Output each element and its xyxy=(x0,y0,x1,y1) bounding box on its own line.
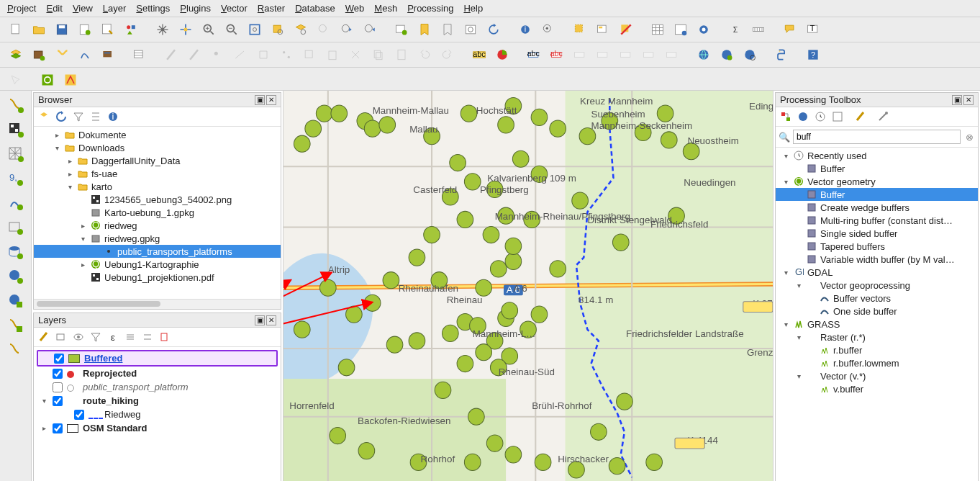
search-clear-icon[interactable]: ⊗ xyxy=(963,132,975,143)
layer-visibility-checkbox[interactable] xyxy=(54,354,64,364)
new-project-icon[interactable] xyxy=(6,19,26,40)
browser-item[interactable]: ▸DaggerfallUnity_Data xyxy=(34,154,281,167)
toolbox-item[interactable]: r.buffer.lowmem xyxy=(776,356,978,369)
browser-props-icon[interactable]: i xyxy=(106,109,120,124)
menu-processing[interactable]: Processing xyxy=(407,3,453,14)
menu-vector[interactable]: Vector xyxy=(221,3,248,14)
menu-layer[interactable]: Layer xyxy=(103,3,127,14)
add-wms-icon[interactable] xyxy=(6,266,26,287)
menu-settings[interactable]: Settings xyxy=(136,3,170,14)
layer-row[interactable]: ▾route_hiking xyxy=(37,394,278,408)
layer-visibility-checkbox[interactable] xyxy=(53,369,63,379)
browser-item[interactable]: public_transports_platforms xyxy=(34,245,281,258)
edits-icon[interactable] xyxy=(6,45,26,65)
bookmarks-icon[interactable] xyxy=(437,19,458,40)
measure-icon[interactable] xyxy=(748,19,768,40)
open-project-icon[interactable] xyxy=(29,19,49,40)
web-icon-3[interactable] xyxy=(740,45,760,65)
toolbox-item[interactable]: r.buffer xyxy=(776,343,978,356)
add-wcs-icon[interactable] xyxy=(6,315,26,336)
help-icon[interactable]: ? xyxy=(803,45,823,65)
menu-raster[interactable]: Raster xyxy=(258,3,285,14)
add-spatialite-icon[interactable] xyxy=(6,193,26,213)
add-mesh-icon[interactable] xyxy=(6,144,26,164)
save-icon[interactable] xyxy=(52,19,72,40)
menu-project[interactable]: Project xyxy=(7,3,36,14)
toolbox-undock-icon[interactable]: ▣ xyxy=(952,95,962,105)
browser-item[interactable]: ▾riedweg.gpkg xyxy=(34,232,281,245)
toolbox-item[interactable]: ▾GRASS xyxy=(776,318,978,331)
identify-icon[interactable]: i xyxy=(515,19,535,40)
menu-web[interactable]: Web xyxy=(345,3,365,14)
toolbox-item[interactable]: ▾QVector geometry xyxy=(776,175,978,188)
add-vector-icon[interactable] xyxy=(6,95,26,115)
new-virtual-icon[interactable] xyxy=(98,45,118,65)
menu-view[interactable]: View xyxy=(73,3,93,14)
toolbox-item[interactable]: Variable width buffer (by M val… xyxy=(776,253,978,266)
map-canvas[interactable]: A 6HochstättMannheim-MallauKreuz Mannhei… xyxy=(283,91,773,481)
browser-add-icon[interactable] xyxy=(37,109,51,124)
toolbox-item[interactable]: ▾Raster (r.*) xyxy=(776,331,978,343)
toolbox-item[interactable]: ▾Vector geoprocessing xyxy=(776,279,978,292)
toolbox-results-icon[interactable] xyxy=(830,109,845,124)
browser-item[interactable]: ▸QUebung1-Kartographie xyxy=(34,258,281,271)
quickosm-icon[interactable] xyxy=(37,70,58,90)
new-print-layout-icon[interactable] xyxy=(75,19,95,40)
toolbox-item[interactable]: Buffer xyxy=(776,188,978,201)
browser-item[interactable]: Karto-uebung_1.gpkg xyxy=(34,206,281,219)
toolbox-options-icon[interactable] xyxy=(876,109,891,124)
layers-expand-icon[interactable] xyxy=(123,330,137,344)
browser-refresh-icon[interactable] xyxy=(54,109,68,124)
new-gpkg-icon[interactable] xyxy=(29,45,49,65)
browser-item[interactable]: 1234565_uebung3_54002.png xyxy=(34,193,281,206)
action-icon[interactable] xyxy=(538,19,558,40)
browser-item[interactable]: ▸Qriedweg xyxy=(34,219,281,232)
browser-tree[interactable]: ▸Dokumente▾Downloads▸DaggerfallUnity_Dat… xyxy=(34,127,281,299)
menu-help[interactable]: Help xyxy=(463,3,483,14)
text-annotation-icon[interactable]: T xyxy=(803,19,823,40)
layers-remove-icon[interactable] xyxy=(158,330,172,344)
toolbox-tree[interactable]: ▾Recently usedBuffer▾QVector geometryBuf… xyxy=(776,148,978,481)
browser-item[interactable]: ▸fs-uae xyxy=(34,167,281,180)
new-bookmark-icon[interactable] xyxy=(414,19,435,40)
browser-item[interactable]: ▸Dokumente xyxy=(34,128,281,141)
layers-undock-icon[interactable]: ▣ xyxy=(255,315,265,325)
zoom-full-icon[interactable] xyxy=(245,19,265,40)
menu-database[interactable]: Database xyxy=(295,3,335,14)
pin-labels-icon[interactable]: abc xyxy=(547,45,567,65)
toolbox-search-input[interactable] xyxy=(793,130,961,144)
toolbox-item[interactable]: ▾GDALGDAL xyxy=(776,266,978,279)
toolbox-item[interactable]: One side buffer xyxy=(776,305,978,318)
zoom-last-icon[interactable] xyxy=(337,19,357,40)
add-raster-icon[interactable] xyxy=(6,120,26,140)
browser-close-icon[interactable]: ✕ xyxy=(266,95,276,105)
toolbox-item[interactable]: v.buffer xyxy=(776,382,978,395)
layers-add-group-icon[interactable] xyxy=(54,330,68,344)
stats-icon[interactable]: Σ xyxy=(725,19,745,40)
menu-mesh[interactable]: Mesh xyxy=(374,3,397,14)
zoom-next-icon[interactable] xyxy=(360,19,380,40)
python-console-icon[interactable] xyxy=(771,45,791,65)
layers-expression-icon[interactable]: ε xyxy=(106,330,120,344)
labels-abc-icon[interactable]: abc xyxy=(469,45,489,65)
processing-icon[interactable] xyxy=(694,19,714,40)
toolbox-item[interactable]: ▾Vector (v.*) xyxy=(776,369,978,382)
toolbox-python-icon[interactable] xyxy=(796,109,810,124)
toolbox-item[interactable]: Buffer xyxy=(776,162,978,175)
layer-row[interactable]: Reprojected xyxy=(37,367,278,380)
web-icon-1[interactable] xyxy=(694,45,714,65)
layers-close-icon[interactable]: ✕ xyxy=(266,315,276,325)
new-map-view-icon[interactable] xyxy=(391,19,412,40)
toolbox-close-icon[interactable]: ✕ xyxy=(963,95,974,105)
layer-row[interactable]: ▸OSM Standard xyxy=(37,421,278,435)
style-manager-icon[interactable] xyxy=(121,19,141,40)
browser-filter-icon[interactable] xyxy=(71,109,86,124)
deselect-icon[interactable] xyxy=(616,19,636,40)
field-calc-icon[interactable] xyxy=(671,19,691,40)
toolbox-item[interactable]: Create wedge buffers xyxy=(776,201,978,214)
layers-visibility-icon[interactable] xyxy=(71,330,86,344)
toolbox-history-icon[interactable] xyxy=(813,109,827,124)
browser-item[interactable]: ▾karto xyxy=(34,180,281,193)
toolbox-item[interactable]: Tapered buffers xyxy=(776,240,978,253)
zoom-in-icon[interactable] xyxy=(199,19,219,40)
